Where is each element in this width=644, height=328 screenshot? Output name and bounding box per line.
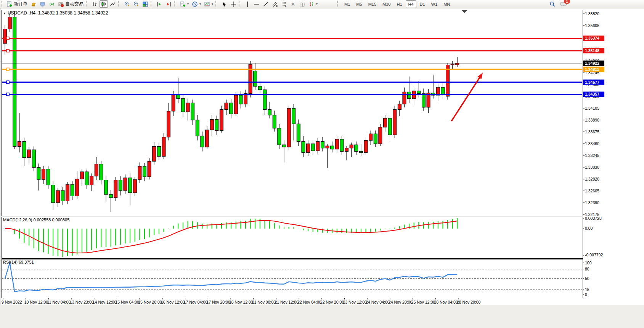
zoom-out-button[interactable] [132, 0, 140, 8]
timeframe-button-mn[interactable]: MN [441, 0, 453, 8]
text-button[interactable]: A [289, 0, 297, 8]
price-badge-label: 1.34577 [585, 80, 599, 85]
search-icon [549, 1, 556, 7]
trendline-button[interactable] [262, 0, 270, 8]
toolbar-grip [174, 1, 177, 7]
candle-body [104, 180, 108, 195]
auto-trading-label: 自动交易 [65, 1, 84, 7]
candle-body [408, 92, 411, 98]
timeframe-button-w1[interactable]: W1 [429, 0, 440, 8]
price-badge-label: 1.34357 [585, 92, 599, 96]
candlestick-chart-button[interactable] [100, 0, 108, 8]
candle-body [172, 95, 175, 111]
timeframe-button-m15[interactable]: M15 [366, 0, 379, 8]
line-anchor-handle[interactable] [6, 50, 9, 52]
price-tick-label: 1.34105 [585, 106, 599, 110]
search-button[interactable] [548, 0, 557, 8]
candle-body [162, 137, 165, 157]
fibonacci-button[interactable]: F [280, 0, 288, 8]
candle-body [340, 139, 344, 152]
vertical-line-button[interactable] [243, 0, 252, 8]
collapse-chart-icon[interactable]: ▼ [3, 12, 6, 15]
candle-body [138, 166, 141, 179]
new-chart-button[interactable]: ▾ [178, 0, 190, 8]
candle-body [244, 94, 247, 104]
bar-chart-button[interactable] [90, 0, 99, 8]
candle-body [273, 115, 276, 128]
horizontal-line-icon [254, 1, 260, 7]
candle-body [66, 184, 69, 201]
notifications-button[interactable]: 1 [559, 0, 568, 8]
screens-button[interactable] [39, 0, 47, 8]
candle-body [287, 109, 291, 147]
gold-bar-icon [31, 1, 37, 7]
line-anchor-handle[interactable] [6, 81, 9, 83]
timeframe-button-m30[interactable]: M30 [380, 0, 393, 8]
auto-trading-button[interactable]: 自动交易 [57, 0, 85, 8]
auto-scroll-button[interactable] [164, 0, 173, 8]
main-toolbar: 新订单 自动交易 [0, 0, 644, 8]
candle-body [359, 151, 363, 152]
templates-button[interactable]: ▾ [203, 0, 214, 8]
equidistant-channel-button[interactable]: E [271, 0, 279, 8]
candle-body [124, 178, 127, 190]
candlestick-icon [101, 1, 107, 7]
new-order-button[interactable]: 新订单 [5, 0, 29, 8]
candle-body [215, 120, 218, 131]
periods-button[interactable]: ▾ [191, 0, 202, 8]
price-tick-label: 1.32820 [585, 177, 599, 181]
price-chart-svg[interactable]: 1.358201.356051.353901.351751.349601.347… [0, 8, 644, 328]
toolbar-grip [151, 1, 154, 7]
timeframe-button-h4[interactable]: H4 [406, 0, 416, 8]
line-anchor-handle[interactable] [6, 37, 9, 40]
crosshair-button[interactable] [229, 0, 238, 8]
time-axis-label: 23 Nov 12:00 [343, 300, 367, 304]
line-chart-button[interactable] [109, 0, 117, 8]
candle-body [393, 110, 397, 135]
candle-body [321, 141, 324, 148]
chart-shift-button[interactable] [155, 0, 164, 8]
time-axis-label: 16 Nov 12:00 [161, 300, 185, 304]
line-anchor-handle[interactable] [6, 93, 9, 96]
candle-body [422, 94, 425, 107]
timeframe-button-m1[interactable]: M1 [342, 0, 353, 8]
zoom-in-button[interactable] [123, 0, 131, 8]
candle-body [307, 144, 310, 152]
time-axis-label: 21 Nov 00:00 [252, 300, 276, 304]
candle-body [206, 130, 209, 147]
candle-body [316, 141, 320, 151]
candle-body [263, 90, 267, 110]
signal-button[interactable] [48, 0, 56, 8]
time-axis-label: 24 Nov 20:00 [389, 300, 413, 304]
candle-body [374, 134, 377, 144]
macd-axis-label: 0.003728 [585, 216, 602, 221]
timeframe-button-d1[interactable]: D1 [417, 0, 428, 8]
candle-body [119, 180, 122, 190]
candle-body [427, 93, 430, 107]
candle-body [196, 120, 199, 136]
toolbar-grip [215, 1, 219, 7]
cursor-button[interactable] [220, 0, 228, 8]
macd-name: MACD(12,26,9) [3, 218, 32, 222]
dropdown-caret-icon: ▾ [199, 2, 201, 6]
text-label-button[interactable]: T [298, 0, 307, 8]
arrows-button[interactable]: ▾ [307, 0, 319, 8]
line-anchor-handle[interactable] [6, 68, 9, 70]
zoom-out-icon [133, 1, 139, 7]
timeframe-button-h1[interactable]: H1 [394, 0, 405, 8]
timeframe-group: M1M5M15M30H1H4D1W1MN [341, 0, 453, 8]
svg-text:E: E [276, 5, 278, 7]
time-axis-label: 15 Nov 20:00 [138, 300, 162, 304]
rsi-pane[interactable] [2, 259, 583, 298]
clock-icon [192, 1, 198, 7]
horizontal-line-button[interactable] [252, 0, 261, 8]
toolbar-grip [337, 1, 340, 7]
rsi-axis-label: 50 [585, 276, 589, 281]
timeframe-button-m5[interactable]: M5 [353, 0, 365, 8]
notification-badge[interactable]: 1 [564, 0, 570, 4]
candle-body [345, 148, 348, 152]
candle-body [143, 166, 146, 176]
gold-tool-button[interactable] [29, 0, 38, 8]
chart-symbol-period: USDCAD-,H4 [8, 10, 35, 16]
tile-windows-button[interactable] [141, 0, 149, 8]
